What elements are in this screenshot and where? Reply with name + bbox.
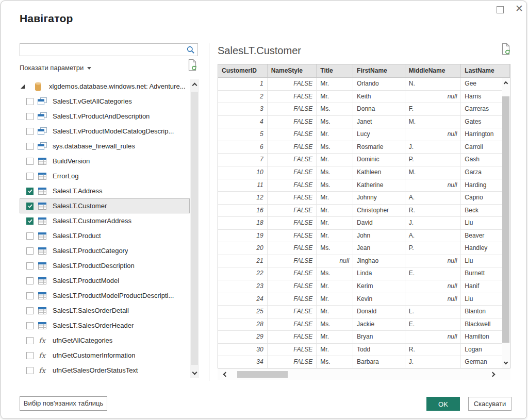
table-icon: [37, 261, 47, 271]
close-button[interactable]: ✕: [514, 3, 525, 15]
table-cell: FALSE: [268, 78, 317, 90]
preview-vscrollbar-thumb[interactable]: [502, 96, 509, 343]
preview-title: SalesLT.Customer: [218, 45, 301, 57]
tree-item-saleslt-address[interactable]: SalesLT.Address: [20, 183, 190, 198]
preview-scroll-left-button[interactable]: [221, 369, 230, 380]
tree-item-label: SalesLT.SalesOrderHeader: [53, 322, 134, 329]
refresh-list-button[interactable]: [187, 59, 197, 71]
tree-item-saleslt-vproductanddescription[interactable]: SalesLT.vProductAndDescription: [20, 109, 190, 124]
tree-item-saleslt-productcategory[interactable]: SalesLT.ProductCategory: [20, 243, 190, 258]
table-row: 12FALSEMr.JohnnyA.Caprio: [218, 192, 510, 205]
checkbox-unchecked[interactable]: [26, 143, 34, 150]
tree-item-saleslt-salesorderheader[interactable]: SalesLT.SalesOrderHeader: [20, 318, 190, 333]
table-cell: FALSE: [268, 280, 317, 293]
tree-item-label: sys.database_firewall_rules: [53, 142, 135, 150]
table-row: 6FALSEMs.RosmarieJ.Carroll: [218, 141, 510, 154]
tree-root-database[interactable]: xlgdemos.database.windows.net: Adventure…: [20, 79, 190, 94]
table-cell: FALSE: [268, 128, 317, 141]
checkbox-unchecked[interactable]: [26, 128, 34, 135]
table-cell: Ms.: [317, 267, 353, 280]
table-cell: null: [405, 293, 461, 306]
checkbox-unchecked[interactable]: [26, 232, 34, 240]
checkbox-unchecked[interactable]: [26, 173, 34, 180]
table-cell: M.: [405, 166, 461, 179]
table-cell: 1: [218, 78, 268, 90]
refresh-preview-button[interactable]: [501, 43, 511, 55]
table-row: 3FALSEMs.DonnaF.Carreras: [218, 103, 510, 116]
checkbox-unchecked[interactable]: [26, 262, 34, 270]
tree-scroll-down-button[interactable]: [190, 367, 199, 377]
checkbox-unchecked[interactable]: [26, 322, 34, 329]
table-cell: FALSE: [268, 179, 317, 192]
tree-item-saleslt-customeraddress[interactable]: SalesLT.CustomerAddress: [20, 213, 190, 228]
checkbox-checked[interactable]: [26, 203, 34, 210]
table-cell: Ms.: [317, 179, 353, 192]
preview-hscrollbar-thumb[interactable]: [237, 371, 288, 378]
tree-item-label: SalesLT.ProductModelProductDescripti...: [53, 292, 174, 299]
checkbox-unchecked[interactable]: [26, 367, 34, 374]
tree-scrollbar-thumb[interactable]: [191, 92, 198, 365]
checkbox-unchecked[interactable]: [26, 98, 34, 105]
search-input[interactable]: [23, 45, 183, 55]
table-icon: [37, 201, 47, 211]
checkbox-unchecked[interactable]: [26, 352, 34, 359]
tree-scrollbar[interactable]: [190, 79, 199, 378]
checkbox-unchecked[interactable]: [26, 113, 34, 120]
checkbox-unchecked[interactable]: [26, 337, 34, 344]
column-header-customerid: CustomerID: [218, 64, 268, 77]
tree-item-saleslt-productdescription[interactable]: SalesLT.ProductDescription: [20, 258, 190, 273]
preview-scroll-right-button[interactable]: [488, 369, 497, 380]
search-icon[interactable]: [187, 46, 195, 54]
select-related-tables-button[interactable]: Вибір пов'язаних таблиць: [20, 396, 107, 411]
table-cell: Donald: [353, 306, 405, 318]
checkbox-unchecked[interactable]: [26, 292, 34, 299]
tree-item-sys-database-firewall-rules[interactable]: sys.database_firewall_rules: [20, 139, 190, 154]
tree-item-buildversion[interactable]: BuildVersion: [20, 154, 190, 169]
tree-item-saleslt-salesorderdetail[interactable]: SalesLT.SalesOrderDetail: [20, 303, 190, 318]
table-row: 20FALSEMs.JeanP.Handley: [218, 242, 510, 255]
table-cell: null: [317, 255, 353, 267]
preview-vertical-scrollbar[interactable]: [502, 78, 510, 368]
tree-item-label: ErrorLog: [53, 172, 79, 180]
ok-button[interactable]: OK: [426, 397, 460, 411]
table-cell: L.: [405, 306, 461, 318]
table-cell: 10: [218, 166, 268, 179]
tree-item-label: BuildVersion: [53, 157, 90, 165]
checkbox-unchecked[interactable]: [26, 158, 34, 165]
tree-item-saleslt-vproductmodelcatalogdescrip[interactable]: SalesLT.vProductModelCatalogDescrip...: [20, 124, 190, 139]
tree-item-errorlog[interactable]: ErrorLog: [20, 169, 190, 183]
preview-scroll-down-button[interactable]: [502, 359, 510, 366]
expand-arrow-icon[interactable]: [21, 85, 25, 89]
table-icon: [37, 321, 47, 330]
checkbox-unchecked[interactable]: [26, 277, 34, 284]
table-cell: Mr.: [317, 91, 353, 103]
table-cell: Mr.: [317, 331, 353, 343]
tree-item-saleslt-product[interactable]: SalesLT.Product: [20, 228, 190, 243]
checkbox-checked[interactable]: [26, 217, 34, 225]
column-header-lastname: LastName: [461, 64, 510, 77]
tree-item-ufngetsalesorderstatustext[interactable]: fxufnGetSalesOrderStatusText: [20, 363, 190, 378]
tree-item-saleslt-vgetallcategories[interactable]: SalesLT.vGetAllCategories: [20, 94, 190, 109]
table-row: 16FALSEMr.ChristopherR.Beck: [218, 205, 510, 217]
cancel-button[interactable]: Скасувати: [468, 397, 512, 411]
tree-scroll-up-button[interactable]: [190, 80, 199, 90]
tree-item-ufngetcustomerinformation[interactable]: fxufnGetCustomerInformation: [20, 348, 190, 363]
tree-item-saleslt-productmodel[interactable]: SalesLT.ProductModel: [20, 273, 190, 288]
table-cell: Ms.: [317, 141, 353, 154]
maximize-button[interactable]: [497, 6, 504, 13]
tree-item-ufngetallcategories[interactable]: fxufnGetAllCategories: [20, 333, 190, 348]
checkbox-checked[interactable]: [26, 188, 34, 195]
show-options-toggle[interactable]: Показати параметри: [20, 62, 91, 73]
table-icon: [37, 157, 47, 166]
preview-horizontal-scrollbar[interactable]: [218, 369, 510, 380]
checkbox-unchecked[interactable]: [26, 247, 34, 255]
tree-item-saleslt-productmodelproductdescripti[interactable]: SalesLT.ProductModelProductDescripti...: [20, 288, 190, 303]
tree-item-saleslt-customer[interactable]: SalesLT.Customer: [20, 198, 190, 213]
tree-item-label: SalesLT.vProductAndDescription: [53, 112, 150, 120]
checkbox-unchecked[interactable]: [26, 307, 34, 314]
table-row: 4FALSEMs.JanetM.Gates: [218, 116, 510, 129]
table-cell: 29: [218, 331, 268, 343]
table-cell: Jackie: [353, 318, 405, 331]
preview-scroll-up-button[interactable]: [502, 80, 510, 87]
tree-item-label: SalesLT.Product: [53, 232, 101, 240]
